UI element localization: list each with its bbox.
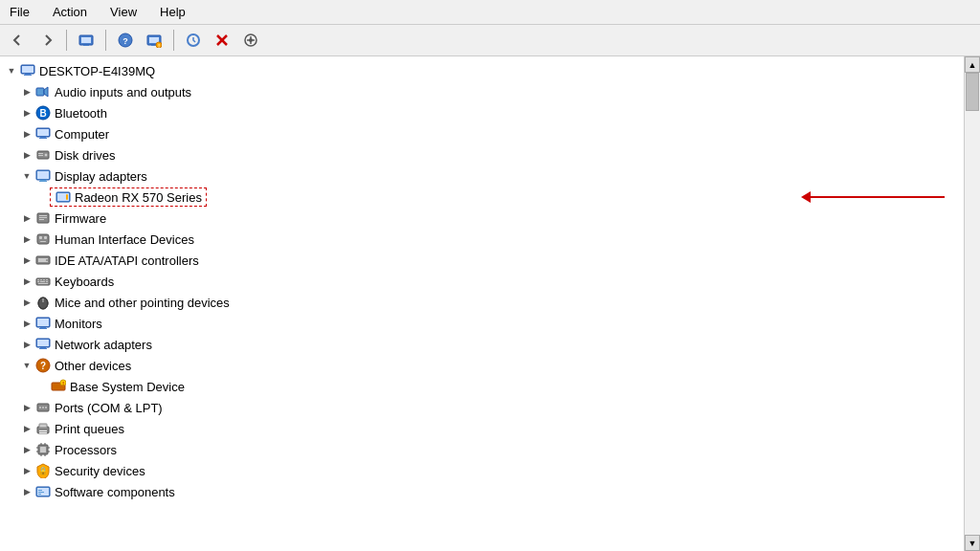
svg-rect-51 — [40, 279, 42, 280]
scroll-up[interactable]: ▲ — [965, 56, 980, 73]
svg-rect-16 — [22, 66, 33, 73]
other-label: Other devices — [55, 359, 131, 373]
svg-rect-33 — [40, 180, 46, 181]
menu-action[interactable]: Action — [49, 3, 91, 21]
svg-rect-41 — [39, 219, 44, 220]
svg-rect-24 — [37, 129, 49, 136]
forward-button[interactable] — [34, 28, 59, 53]
svg-rect-50 — [37, 279, 39, 280]
processors-label: Processors — [55, 443, 117, 457]
svg-text:B: B — [39, 108, 46, 119]
tree-software[interactable]: Software components — [0, 481, 964, 502]
svg-text:?: ? — [40, 361, 46, 371]
tree-display[interactable]: Display adapters — [0, 165, 964, 187]
device-tree[interactable]: DESKTOP-E4I39MQ Audio inputs and outputs… — [0, 56, 964, 551]
properties-button[interactable]: ! — [142, 28, 167, 53]
svg-rect-96 — [38, 492, 44, 493]
tree-computer[interactable]: Computer — [0, 123, 964, 144]
bluetooth-expand[interactable] — [19, 105, 34, 121]
keyboard-expand[interactable] — [19, 274, 34, 289]
svg-rect-79 — [39, 424, 47, 428]
hid-expand[interactable] — [19, 231, 34, 247]
scan-button[interactable] — [181, 28, 206, 53]
tree-audio[interactable]: Audio inputs and outputs — [0, 81, 964, 102]
svg-rect-55 — [40, 281, 45, 282]
bluetooth-label: Bluetooth — [55, 106, 107, 121]
monitors-expand[interactable] — [19, 316, 34, 331]
menu-view[interactable]: View — [106, 3, 141, 21]
tree-mouse[interactable]: Mice and other pointing devices — [0, 292, 964, 313]
software-expand[interactable] — [19, 484, 34, 499]
tree-network[interactable]: Network adapters — [0, 334, 964, 355]
computer-icon-2 — [34, 126, 52, 142]
device-manager-button[interactable] — [74, 28, 99, 53]
scroll-track[interactable] — [965, 73, 980, 535]
toolbar-separator-2 — [105, 30, 106, 51]
keyboard-label: Keyboards — [55, 275, 114, 289]
ports-label: Ports (COM & LPT) — [55, 401, 163, 415]
print-expand[interactable] — [19, 421, 34, 436]
main-content: DESKTOP-E4I39MQ Audio inputs and outputs… — [0, 56, 980, 551]
security-expand[interactable] — [19, 463, 34, 478]
svg-rect-62 — [37, 319, 49, 326]
hid-icon — [34, 231, 52, 247]
svg-rect-37 — [66, 194, 68, 200]
tree-processors[interactable]: Processors — [0, 439, 964, 460]
network-expand[interactable] — [19, 337, 34, 352]
svg-rect-63 — [40, 327, 46, 328]
firmware-expand[interactable] — [19, 210, 34, 226]
tree-print[interactable]: Print queues — [0, 418, 964, 439]
monitors-icon — [34, 316, 52, 331]
tree-firmware[interactable]: Firmware — [0, 208, 964, 229]
tree-keyboard[interactable]: Keyboards — [0, 271, 964, 292]
tree-ports[interactable]: Ports (COM & LPT) — [0, 397, 964, 418]
menu-file[interactable]: File — [6, 3, 33, 21]
tree-root[interactable]: DESKTOP-E4I39MQ — [0, 60, 964, 81]
scroll-down[interactable]: ▼ — [965, 535, 980, 551]
annotation-arrow — [802, 191, 945, 203]
toolbar-separator-1 — [66, 30, 67, 51]
help-button[interactable]: ? — [113, 28, 138, 53]
audio-expand[interactable] — [19, 84, 34, 99]
remove-button[interactable] — [210, 28, 234, 53]
svg-point-14 — [249, 38, 253, 42]
processors-expand[interactable] — [19, 442, 34, 457]
ide-expand[interactable] — [19, 253, 34, 268]
tree-monitors[interactable]: Monitors — [0, 313, 964, 334]
root-expand[interactable] — [4, 63, 19, 78]
update-button[interactable] — [238, 28, 263, 53]
scroll-thumb[interactable] — [966, 73, 979, 111]
tree-ide[interactable]: IDE ATA/ATAPI controllers — [0, 250, 964, 271]
ports-expand[interactable] — [19, 400, 34, 415]
tree-security[interactable]: 🔒 Security devices — [0, 460, 964, 481]
svg-rect-30 — [38, 155, 43, 156]
svg-point-75 — [39, 407, 41, 408]
tree-hid[interactable]: Human Interface Devices — [0, 229, 964, 250]
svg-point-76 — [42, 407, 44, 408]
ports-icon — [34, 400, 52, 415]
scrollbar[interactable]: ▲ ▼ — [964, 56, 980, 551]
svg-rect-1 — [81, 37, 91, 43]
svg-rect-95 — [38, 490, 42, 491]
tree-radeon[interactable]: Radeon RX 570 Series — [0, 187, 964, 208]
tree-disk[interactable]: Disk drives — [0, 144, 964, 165]
disk-expand[interactable] — [19, 147, 34, 163]
tree-other[interactable]: ? Other devices — [0, 355, 964, 376]
back-button[interactable] — [6, 28, 31, 53]
disk-label: Disk drives — [55, 148, 116, 163]
svg-point-28 — [44, 153, 48, 157]
computer-expand[interactable] — [19, 126, 34, 142]
display-expand[interactable] — [19, 168, 34, 184]
network-icon — [34, 337, 52, 352]
other-expand[interactable] — [19, 358, 34, 373]
radeon-label: Radeon RX 570 Series — [75, 190, 202, 205]
arrow-line — [811, 196, 945, 198]
svg-rect-56 — [46, 281, 48, 282]
svg-rect-97 — [38, 494, 41, 495]
menu-help[interactable]: Help — [156, 3, 189, 21]
monitors-label: Monitors — [55, 317, 102, 331]
mouse-expand[interactable] — [19, 295, 34, 310]
firmware-icon — [34, 210, 52, 226]
tree-bluetooth[interactable]: B Bluetooth — [0, 102, 964, 123]
tree-base[interactable]: ! Base System Device — [0, 376, 964, 397]
